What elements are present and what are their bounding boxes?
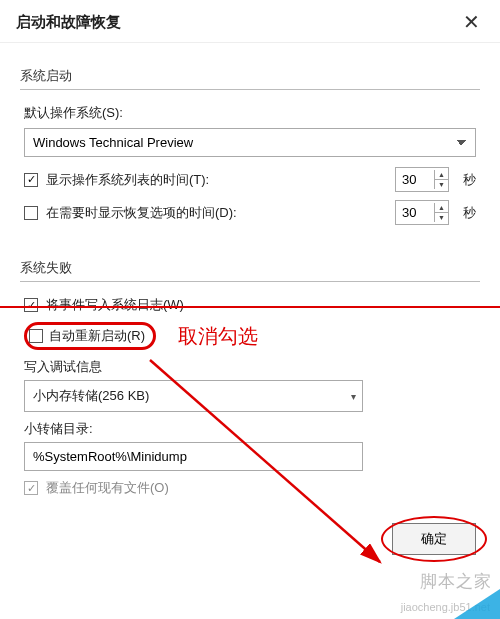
divider: [20, 281, 480, 282]
row-overwrite: 覆盖任何现有文件(O): [24, 479, 476, 497]
default-os-label: 默认操作系统(S):: [24, 104, 476, 122]
show-recovery-seconds-spinner[interactable]: ▲▼: [395, 200, 449, 225]
auto-restart-label: 自动重新启动(R): [49, 327, 145, 345]
spinner-arrows[interactable]: ▲▼: [434, 203, 448, 222]
corner-decoration: [454, 589, 500, 619]
debug-info-value: 小内存转储(256 KB): [33, 388, 149, 403]
dialog-content: 系统启动 默认操作系统(S): Windows Technical Previe…: [0, 43, 500, 515]
row-show-recovery: 在需要时显示恢复选项的时间(D): ▲▼ 秒: [24, 200, 476, 225]
chevron-up-icon[interactable]: ▲: [435, 170, 448, 179]
show-os-list-label: 显示操作系统列表的时间(T):: [46, 171, 387, 189]
show-os-list-seconds-spinner[interactable]: ▲▼: [395, 167, 449, 192]
write-event-checkbox[interactable]: [24, 298, 38, 312]
show-os-list-seconds-input[interactable]: [396, 168, 434, 191]
chevron-down-icon[interactable]: ▼: [435, 212, 448, 222]
chevron-up-icon[interactable]: ▲: [435, 203, 448, 212]
show-os-list-checkbox[interactable]: [24, 173, 38, 187]
debug-info-combo[interactable]: 小内存转储(256 KB) ▾: [24, 380, 363, 412]
show-recovery-checkbox[interactable]: [24, 206, 38, 220]
ok-label: 确定: [421, 531, 447, 546]
row-write-event: 将事件写入系统日志(W): [24, 296, 476, 314]
group-title-failure: 系统失败: [20, 259, 480, 277]
close-icon[interactable]: ✕: [455, 8, 488, 36]
annotation-text: 取消勾选: [178, 323, 258, 350]
row-show-os-list: 显示操作系统列表的时间(T): ▲▼ 秒: [24, 167, 476, 192]
group-system-startup: 系统启动 默认操作系统(S): Windows Technical Previe…: [20, 67, 480, 225]
divider: [20, 89, 480, 90]
show-recovery-seconds-input[interactable]: [396, 201, 434, 224]
ok-button[interactable]: 确定: [392, 523, 476, 555]
overwrite-label: 覆盖任何现有文件(O): [46, 479, 476, 497]
chevron-down-icon[interactable]: ▼: [435, 179, 448, 189]
dump-dir-input[interactable]: [24, 442, 363, 471]
row-auto-restart: 自动重新启动(R) 取消勾选: [24, 322, 476, 350]
dialog-title: 启动和故障恢复: [16, 13, 121, 32]
chevron-down-icon: ▾: [351, 391, 356, 402]
annotation-circle-auto-restart: 自动重新启动(R): [24, 322, 156, 350]
overwrite-checkbox: [24, 481, 38, 495]
seconds-unit: 秒: [463, 171, 476, 189]
debug-info-label: 写入调试信息: [24, 358, 476, 376]
dump-dir-label: 小转储目录:: [24, 420, 476, 438]
show-recovery-label: 在需要时显示恢复选项的时间(D):: [46, 204, 387, 222]
seconds-unit: 秒: [463, 204, 476, 222]
titlebar: 启动和故障恢复 ✕: [0, 0, 500, 43]
dialog-footer: 确定: [0, 515, 500, 573]
group-title-startup: 系统启动: [20, 67, 480, 85]
write-event-label: 将事件写入系统日志(W): [46, 296, 476, 314]
group-system-failure: 系统失败 将事件写入系统日志(W) 自动重新启动(R) 取消勾选 写入调试信息 …: [20, 259, 480, 497]
spinner-arrows[interactable]: ▲▼: [434, 170, 448, 189]
auto-restart-checkbox[interactable]: [29, 329, 43, 343]
default-os-select[interactable]: Windows Technical Preview: [24, 128, 476, 157]
